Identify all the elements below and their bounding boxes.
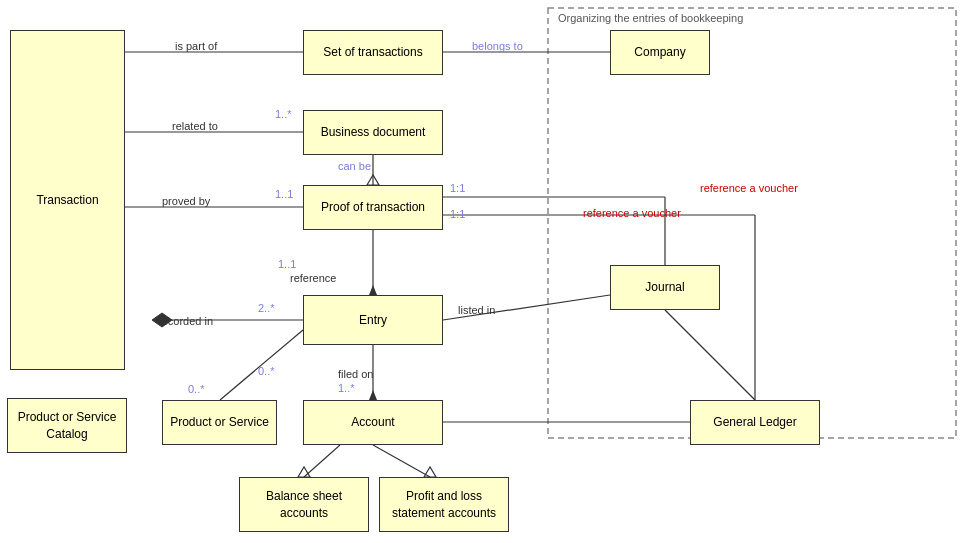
label-1star-business: 1..*	[275, 108, 292, 120]
journal-box: Journal	[610, 265, 720, 310]
svg-line-24	[665, 310, 755, 400]
label-proved-by: proved by	[162, 195, 210, 207]
label-reference: reference	[290, 272, 336, 284]
label-is-part-of: is part of	[175, 40, 217, 52]
general-ledger-box: General Ledger	[690, 400, 820, 445]
profit-loss-box: Profit and loss statement accounts	[379, 477, 509, 532]
dashed-box-label: Organizing the entries of bookkeeping	[558, 12, 743, 24]
label-related-to: related to	[172, 120, 218, 132]
balance-sheet-box: Balance sheet accounts	[239, 477, 369, 532]
label-listed-in: listed in	[458, 304, 495, 316]
diagram-container: Organizing the entries of bookkeeping Tr…	[0, 0, 964, 543]
svg-line-28	[373, 445, 430, 477]
svg-marker-22	[369, 390, 377, 400]
svg-marker-27	[298, 467, 310, 477]
label-1dot1-ref: 1..1	[278, 258, 296, 270]
proof-of-transaction-box: Proof of transaction	[303, 185, 443, 230]
label-1star-filed: 1..*	[338, 382, 355, 394]
company-box: Company	[610, 30, 710, 75]
svg-marker-17	[369, 285, 377, 295]
svg-marker-9	[367, 175, 379, 185]
entry-box: Entry	[303, 295, 443, 345]
transaction-box: Transaction	[10, 30, 125, 370]
svg-line-26	[304, 445, 340, 477]
business-document-box: Business document	[303, 110, 443, 155]
label-0star-product: 0..*	[188, 383, 205, 395]
label-ref-voucher-top: reference a voucher	[700, 182, 798, 194]
label-filed-on: filed on	[338, 368, 373, 380]
connections-svg	[0, 0, 964, 543]
label-1-1-bot: 1:1	[450, 208, 465, 220]
label-0star-account: 0..*	[258, 365, 275, 377]
label-1dot1-proof: 1..1	[275, 188, 293, 200]
svg-marker-29	[424, 467, 436, 477]
set-of-transactions-box: Set of transactions	[303, 30, 443, 75]
label-recorded-in: recorded in	[158, 315, 213, 327]
label-2star: 2..*	[258, 302, 275, 314]
label-1-1-top: 1:1	[450, 182, 465, 194]
label-belongs-to: belongs to	[472, 40, 523, 52]
label-can-be: can be	[338, 160, 371, 172]
product-service-catalog-box: Product or Service Catalog	[7, 398, 127, 453]
account-box: Account	[303, 400, 443, 445]
label-ref-voucher-bot: reference a voucher	[583, 207, 681, 219]
product-service-box: Product or Service	[162, 400, 277, 445]
